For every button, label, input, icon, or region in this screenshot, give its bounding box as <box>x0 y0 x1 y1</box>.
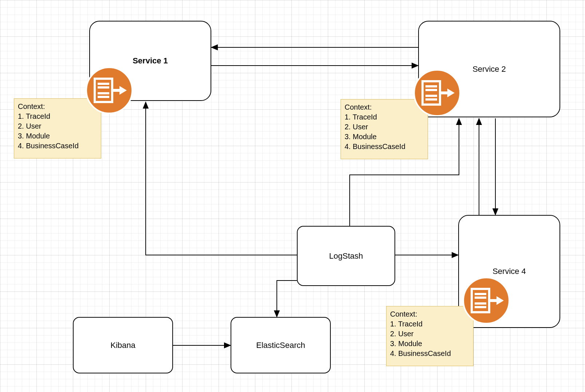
node-kibana-label: Kibana <box>110 341 136 350</box>
diagram-canvas: Service 1 Service 2 Service 4 LogStash E… <box>0 0 585 392</box>
note-item: 3. Module <box>18 131 97 141</box>
note-item: 3. Module <box>390 339 470 349</box>
svg-marker-13 <box>447 89 455 97</box>
note-item: 1. TraceId <box>345 112 424 122</box>
gateway-icon <box>86 67 133 114</box>
svg-rect-0 <box>95 79 112 102</box>
note-service1-context: Context: 1. TraceId 2. User 3. Module 4.… <box>14 98 101 158</box>
node-service2-label: Service 2 <box>472 64 506 74</box>
svg-rect-5 <box>112 89 119 92</box>
svg-rect-19 <box>489 299 496 302</box>
note-item: 3. Module <box>345 132 424 142</box>
gateway-icon <box>413 69 461 117</box>
note-item: 1. TraceId <box>390 319 470 329</box>
node-logstash: LogStash <box>297 226 395 286</box>
note-title: Context: <box>390 309 470 319</box>
gateway-icon <box>463 277 510 324</box>
node-elasticsearch: ElasticSearch <box>231 317 331 373</box>
node-logstash-label: LogStash <box>329 251 363 261</box>
note-title: Context: <box>345 102 424 112</box>
node-service4-label: Service 4 <box>492 267 526 276</box>
node-kibana: Kibana <box>73 317 173 373</box>
svg-marker-20 <box>496 296 504 305</box>
note-item: 2. User <box>345 122 424 132</box>
node-service1-label: Service 1 <box>133 56 168 66</box>
node-elasticsearch-label: ElasticSearch <box>256 341 305 350</box>
note-service2-context: Context: 1. TraceId 2. User 3. Module 4.… <box>341 99 428 159</box>
note-service4-context: Context: 1. TraceId 2. User 3. Module 4.… <box>386 306 474 366</box>
note-item: 4. BusinessCaseId <box>390 349 470 358</box>
svg-rect-7 <box>423 81 440 105</box>
svg-marker-6 <box>119 86 127 95</box>
edge-logstash-to-elasticsearch <box>277 281 297 317</box>
note-item: 2. User <box>18 121 97 131</box>
note-title: Context: <box>18 102 97 111</box>
note-item: 4. BusinessCaseId <box>345 142 424 152</box>
note-item: 4. BusinessCaseId <box>18 141 97 151</box>
note-item: 2. User <box>390 329 470 339</box>
edge-logstash-to-service1 <box>146 102 297 255</box>
svg-rect-12 <box>440 91 447 94</box>
note-item: 1. TraceId <box>18 111 97 121</box>
svg-rect-14 <box>472 289 489 312</box>
